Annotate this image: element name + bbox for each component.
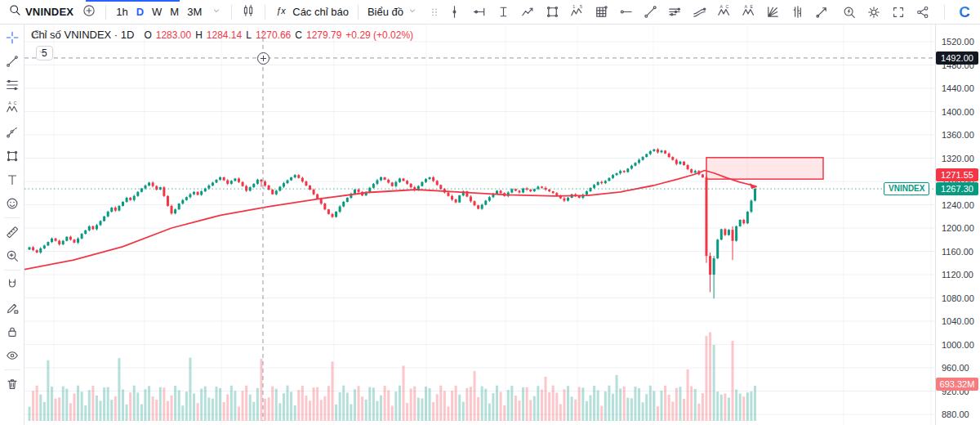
hide-all-icon[interactable] bbox=[5, 348, 20, 363]
chevron-down-icon bbox=[407, 5, 418, 20]
lock-all-icon[interactable] bbox=[5, 324, 20, 339]
chart-layout-dropdown[interactable]: Biểu đồ bbox=[364, 3, 421, 21]
fullscreen-icon[interactable] bbox=[891, 5, 906, 20]
rectangle-icon[interactable] bbox=[544, 3, 561, 20]
toolbar-drag-handle[interactable] bbox=[428, 6, 441, 19]
symbol-search-button[interactable]: VNINDEX bbox=[5, 2, 77, 22]
xabcd-pattern-icon[interactable]: AC bbox=[715, 3, 733, 20]
brand-logo[interactable]: C bbox=[959, 4, 970, 20]
volume-bar bbox=[238, 407, 240, 421]
vertical-line-icon[interactable] bbox=[446, 3, 463, 20]
candle bbox=[335, 212, 337, 217]
candle bbox=[305, 181, 307, 186]
candle bbox=[649, 151, 652, 154]
volume-bar bbox=[612, 394, 614, 421]
volume-bar bbox=[559, 404, 562, 421]
horizontal-ray-icon[interactable] bbox=[617, 3, 635, 20]
chart-svg[interactable] bbox=[24, 25, 935, 425]
gann-fan-icon[interactable] bbox=[764, 3, 782, 20]
volume-bar bbox=[474, 371, 476, 421]
candle bbox=[358, 190, 360, 192]
settings-icon[interactable] bbox=[866, 5, 881, 20]
svg-text:C: C bbox=[725, 4, 728, 9]
interval-button-m[interactable]: M bbox=[166, 4, 183, 20]
disjoint-channel-icon[interactable] bbox=[691, 3, 708, 20]
crosshair-add-button[interactable] bbox=[257, 52, 270, 65]
parallel-lines-icon[interactable] bbox=[666, 3, 684, 20]
zoom-in-icon[interactable] bbox=[5, 248, 20, 263]
volume-bar bbox=[268, 397, 270, 421]
rectangle-icon[interactable] bbox=[5, 149, 20, 163]
volume-bar bbox=[492, 393, 494, 421]
price-axis[interactable]: 1520.001480.001440.001400.001360.001320.… bbox=[935, 25, 980, 425]
candle bbox=[152, 182, 154, 186]
candle bbox=[496, 190, 498, 194]
candle bbox=[668, 154, 670, 157]
text-icon[interactable] bbox=[5, 172, 20, 187]
candle bbox=[555, 193, 558, 195]
volume-bar bbox=[529, 400, 532, 421]
emoji-icon[interactable] bbox=[5, 196, 20, 211]
candlestick-style-icon bbox=[241, 3, 256, 21]
xabcd-pattern-icon[interactable]: AC bbox=[5, 101, 20, 116]
interval-dropdown-button[interactable] bbox=[207, 3, 225, 21]
axis-price-label: 1400.00 bbox=[942, 107, 974, 117]
arrow-marker-icon[interactable] bbox=[813, 3, 831, 20]
trend-line-icon[interactable] bbox=[642, 3, 659, 20]
candle bbox=[174, 209, 176, 213]
forecast-icon[interactable] bbox=[5, 125, 20, 140]
indicators-button[interactable]: ƒx Các chỉ báo bbox=[271, 2, 352, 23]
plus-circle-icon bbox=[82, 3, 96, 21]
volume-bar bbox=[735, 390, 737, 421]
volume-bar bbox=[443, 391, 446, 421]
candle bbox=[118, 206, 120, 211]
price-range-icon[interactable] bbox=[495, 3, 512, 20]
volume-bar bbox=[581, 387, 584, 421]
close-value: 1279.79 bbox=[306, 29, 341, 41]
chart-style-button[interactable] bbox=[238, 2, 259, 23]
volume-bar bbox=[39, 395, 42, 421]
share-icon[interactable] bbox=[915, 5, 930, 20]
fib-grid-icon[interactable] bbox=[593, 3, 610, 20]
volume-bar bbox=[694, 389, 697, 421]
drawn-rectangle-zone[interactable] bbox=[706, 158, 823, 179]
quick-search-icon[interactable] bbox=[842, 5, 857, 20]
candle bbox=[510, 189, 513, 192]
candle bbox=[597, 182, 599, 186]
candle bbox=[590, 188, 592, 191]
compare-add-button[interactable] bbox=[78, 2, 100, 23]
trend-line-icon[interactable] bbox=[5, 54, 20, 69]
magnet-icon[interactable] bbox=[5, 277, 20, 292]
zigzag-arrow-icon[interactable] bbox=[519, 3, 537, 20]
elliott-sequence-icon[interactable]: 15 bbox=[568, 3, 586, 20]
volume-bar bbox=[600, 406, 603, 421]
ma-value-badge: 1271.55 bbox=[936, 168, 978, 181]
volume-bar bbox=[705, 336, 707, 421]
horizontal-line-icon[interactable] bbox=[470, 3, 488, 20]
remove-all-icon[interactable] bbox=[5, 377, 20, 391]
crosshair-icon[interactable] bbox=[5, 30, 20, 45]
candle bbox=[320, 199, 323, 204]
legend-title[interactable]: Chỉ số VNINDEX · 1D bbox=[31, 29, 134, 41]
draw-lock-icon[interactable] bbox=[5, 301, 20, 315]
bar-pattern-icon[interactable] bbox=[789, 3, 806, 20]
interval-button-w[interactable]: W bbox=[148, 4, 166, 20]
candle bbox=[84, 230, 87, 234]
chart-pane[interactable]: Chỉ số VNINDEX · 1D O1283.00 H1284.14 L1… bbox=[24, 25, 935, 425]
candle bbox=[604, 181, 607, 183]
volume-bar bbox=[47, 360, 49, 421]
interval-button-1h[interactable]: 1h bbox=[112, 4, 131, 20]
candle bbox=[690, 169, 693, 172]
abcde-pattern-icon[interactable]: AE bbox=[740, 3, 757, 20]
interval-button-3m[interactable]: 3M bbox=[183, 4, 206, 20]
candle bbox=[526, 189, 528, 190]
volume-bar bbox=[608, 386, 610, 421]
candle bbox=[309, 186, 311, 190]
indicators-collapse-chip[interactable]: 5 bbox=[36, 46, 53, 60]
fib-retracement-icon[interactable] bbox=[5, 78, 20, 92]
volume-bar bbox=[331, 361, 333, 421]
interval-button-d[interactable]: D bbox=[132, 4, 148, 20]
ruler-icon[interactable] bbox=[5, 225, 20, 239]
volume-bar bbox=[313, 387, 315, 421]
candle bbox=[290, 177, 292, 181]
